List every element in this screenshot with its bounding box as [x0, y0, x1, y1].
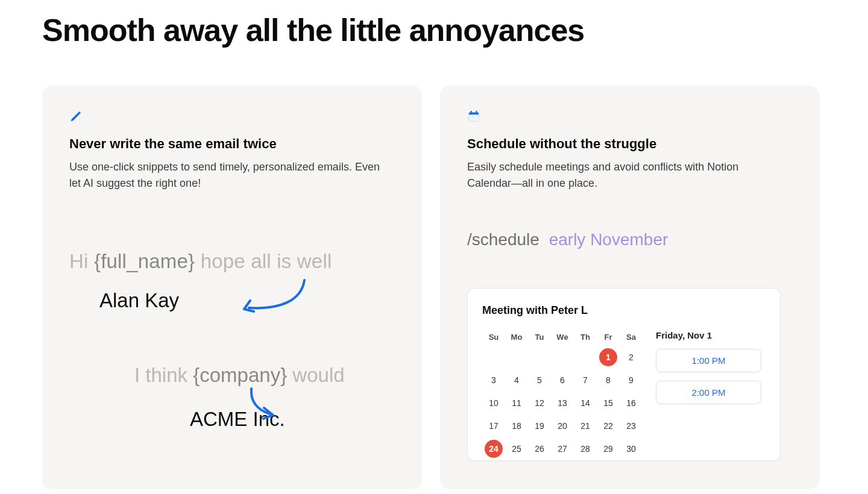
calendar-day[interactable]: 16	[620, 392, 643, 414]
calendar-day[interactable]: 2	[620, 346, 643, 369]
snippets-line1: Hi {full_name} hope all is well	[69, 249, 395, 274]
selected-date-label: Friday, Nov 1	[656, 330, 766, 340]
calendar-day[interactable]: 26	[528, 437, 551, 460]
card-schedule: Schedule without the struggle Easily sch…	[440, 86, 820, 489]
snippets-name-fill: Alan Kay	[99, 288, 179, 313]
calendar-day[interactable]: 1	[597, 346, 620, 369]
calendar-dow: Su	[482, 328, 505, 346]
calendar-day[interactable]: 11	[505, 392, 528, 414]
snippets-line2-rest: would	[287, 364, 344, 386]
calendar-day[interactable]: 3	[482, 369, 505, 392]
calendar-panel: Meeting with Peter L SuMoTuWeThFrSa 1234…	[467, 288, 781, 461]
time-slot-button[interactable]: 2:00 PM	[656, 381, 761, 404]
schedule-argument: early November	[549, 230, 668, 249]
card-snippets-title: Never write the same email twice	[69, 136, 395, 152]
calendar-dow: Mo	[505, 328, 528, 346]
calendar-day[interactable]: 29	[597, 437, 620, 460]
section-title: Smooth away all the little annoyances	[42, 12, 826, 48]
calendar-dow: We	[551, 328, 574, 346]
calendar-day[interactable]: 28	[574, 437, 597, 460]
calendar-day[interactable]: 17	[482, 414, 505, 437]
calendar-day[interactable]: 5	[528, 369, 551, 392]
svg-rect-3	[471, 111, 472, 114]
calendar-day[interactable]: 24	[482, 437, 505, 460]
calendar-day[interactable]: 30	[620, 437, 643, 460]
calendar-day	[528, 346, 551, 369]
calendar-day[interactable]: 9	[620, 369, 643, 392]
calendar-icon	[467, 110, 793, 125]
snippets-line1-hi: Hi	[69, 250, 94, 272]
snippets-line1-rest: hope all is well	[195, 250, 332, 272]
card-snippets: Never write the same email twice Use one…	[42, 86, 422, 489]
calendar-day[interactable]: 15	[597, 392, 620, 414]
calendar-day[interactable]: 4	[505, 369, 528, 392]
time-slot-button[interactable]: 1:00 PM	[656, 349, 761, 372]
snippets-line1-placeholder: {full_name}	[94, 250, 195, 272]
calendar-day[interactable]: 23	[620, 414, 643, 437]
calendar-day[interactable]: 13	[551, 392, 574, 414]
calendar-day[interactable]: 22	[597, 414, 620, 437]
card-schedule-description: Easily schedule meetings and avoid confl…	[467, 159, 781, 192]
calendar-day[interactable]: 25	[505, 437, 528, 460]
calendar-dow: Th	[574, 328, 597, 346]
snippets-line2: I think {company} would	[134, 363, 395, 387]
calendar-day[interactable]: 14	[574, 392, 597, 414]
calendar-day	[482, 346, 505, 369]
calendar-day	[574, 346, 597, 369]
snippets-line2-prefix: I think	[134, 364, 193, 386]
calendar-day[interactable]: 10	[482, 392, 505, 414]
calendar-day[interactable]: 21	[574, 414, 597, 437]
calendar-day[interactable]: 6	[551, 369, 574, 392]
svg-rect-2	[469, 114, 479, 121]
meeting-title: Meeting with Peter L	[482, 304, 766, 317]
cards-row: Never write the same email twice Use one…	[42, 86, 826, 489]
calendar-day[interactable]: 12	[528, 392, 551, 414]
calendar-day[interactable]: 18	[505, 414, 528, 437]
calendar-day	[551, 346, 574, 369]
card-schedule-title: Schedule without the struggle	[467, 136, 793, 152]
arrow-icon	[238, 277, 310, 319]
calendar-day[interactable]: 8	[597, 369, 620, 392]
calendar-dow: Fr	[597, 328, 620, 346]
calendar-day[interactable]: 20	[551, 414, 574, 437]
snippets-demo: Hi {full_name} hope all is well Alan Kay…	[69, 249, 395, 431]
svg-rect-4	[476, 111, 477, 114]
card-snippets-description: Use one-click snippets to send timely, p…	[69, 159, 383, 192]
pencil-icon	[69, 110, 395, 125]
calendar-day[interactable]: 27	[551, 437, 574, 460]
calendar-day[interactable]: 7	[574, 369, 597, 392]
calendar-dow: Sa	[620, 328, 643, 346]
schedule-command: /schedule	[467, 230, 539, 249]
schedule-command-line: /schedule early November	[467, 230, 793, 249]
calendar-grid: SuMoTuWeThFrSa 1234567891011121314151617…	[482, 328, 643, 460]
calendar-day	[505, 346, 528, 369]
snippets-line2-placeholder: {company}	[193, 364, 287, 386]
calendar-time-pane: Friday, Nov 1 1:00 PM2:00 PM	[656, 328, 766, 460]
calendar-dow: Tu	[528, 328, 551, 346]
snippets-company-fill: ACME Inc.	[190, 407, 395, 431]
calendar-day[interactable]: 19	[528, 414, 551, 437]
